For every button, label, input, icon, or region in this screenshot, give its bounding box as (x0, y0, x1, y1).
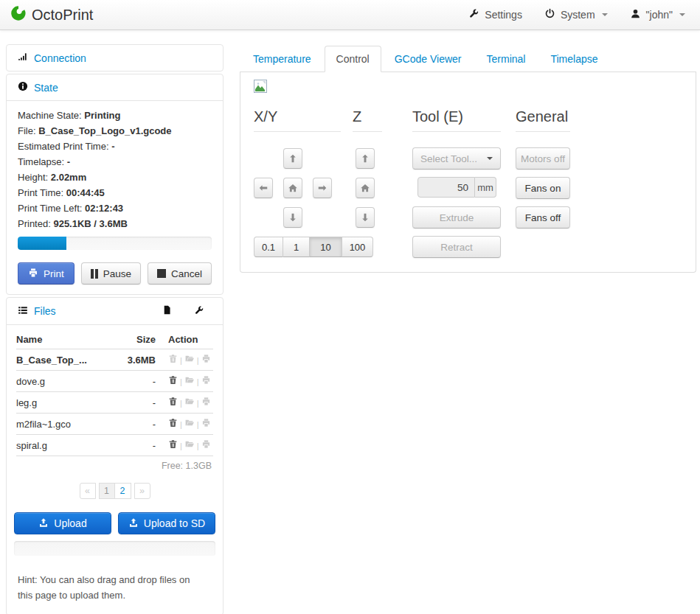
table-row: spiral.g - (16, 435, 213, 456)
pause-icon (91, 269, 98, 279)
extrude-amount-group: mm (417, 177, 496, 198)
files-panel-body: Name Size Action B_Case_Top_... 3.6MB (7, 324, 223, 614)
connection-panel: Connection (6, 44, 223, 71)
action-separator (197, 440, 199, 451)
files-panel: Files (6, 297, 223, 614)
files-title[interactable]: Files (34, 305, 56, 317)
table-row: m2fila~1.gco - (16, 414, 213, 435)
file-name: B_Case_Top_... (16, 355, 116, 366)
height-line: Height: 2.02mm (18, 170, 212, 185)
trash-icon (168, 354, 178, 366)
upload-buttons: Upload Upload to SD (7, 502, 223, 534)
extrude-amount-input[interactable] (417, 177, 475, 198)
file-size: 3.6MB (116, 355, 157, 366)
pagination-page-1[interactable]: 1 (99, 483, 115, 499)
upload-icon (38, 517, 49, 530)
stop-icon (157, 269, 166, 278)
printer-icon (28, 268, 38, 280)
system-menu-item[interactable]: System (544, 8, 608, 21)
tab-control[interactable]: Control (325, 46, 381, 72)
jog-x-plus-button[interactable] (313, 178, 332, 198)
files-settings-wrench-icon[interactable] (194, 305, 204, 318)
folder-open-icon (184, 354, 195, 366)
user-menu-item[interactable]: "john" (630, 8, 685, 21)
pause-button-label: Pause (103, 268, 131, 279)
step-1-button[interactable]: 1 (283, 237, 310, 257)
machine-state-value: Printing (84, 110, 120, 121)
brand-title: OctoPrint (32, 7, 93, 24)
print-button-label: Print (44, 268, 64, 279)
motors-off-button[interactable]: Motors off (516, 147, 570, 170)
fans-off-button[interactable]: Fans off (516, 206, 570, 228)
extrude-button[interactable]: Extrude (412, 206, 501, 228)
file-name: m2fila~1.gco (16, 419, 116, 430)
pause-button[interactable]: Pause (81, 262, 141, 285)
file-line: File: B_Case_Top_Logo_v1.gcode (18, 123, 212, 139)
folder-open-icon (184, 397, 195, 408)
files-panel-heading[interactable]: Files (7, 298, 223, 324)
trash-icon[interactable] (168, 418, 178, 430)
state-title[interactable]: State (34, 82, 58, 94)
file-value: B_Case_Top_Logo_v1.gcode (38, 125, 171, 136)
main-area: Temperature Control GCode Viewer Termina… (240, 46, 696, 273)
octoprint-app: OctoPrint Settings System (0, 0, 700, 614)
cancel-button[interactable]: Cancel (148, 262, 212, 285)
print-button[interactable]: Print (18, 262, 74, 285)
upload-to-sd-button[interactable]: Upload to SD (118, 512, 215, 534)
files-table-header: Name Size Action (16, 329, 213, 349)
section-title-xy: X/Y (254, 108, 277, 125)
upload-progress-bar (14, 541, 215, 556)
file-type-filter-icon[interactable] (162, 304, 172, 318)
timelapse-line: Timelapse: - (18, 154, 212, 170)
tab-bar: Temperature Control GCode Viewer Termina… (240, 46, 696, 72)
jog-x-minus-button[interactable] (254, 178, 273, 198)
retract-button[interactable]: Retract (412, 236, 501, 258)
settings-menu-item[interactable]: Settings (468, 8, 522, 21)
sidebar: Connection State Machine State: Printing… (6, 44, 223, 614)
chevron-down-icon (602, 13, 608, 16)
chevron-down-icon (487, 157, 493, 160)
home-xy-button[interactable] (283, 178, 302, 198)
file-name: dove.g (16, 376, 116, 387)
file-size: - (116, 419, 157, 430)
state-panel-heading[interactable]: State (7, 74, 223, 100)
section-title-general: General (516, 108, 568, 125)
print-time-value: 00:44:45 (66, 187, 105, 198)
divider (516, 131, 570, 132)
file-name: spiral.g (16, 440, 116, 451)
step-100-button[interactable]: 100 (342, 237, 373, 257)
webcam-broken-image-icon (254, 80, 267, 96)
system-label: System (561, 9, 595, 21)
jog-z-plus-button[interactable] (356, 148, 375, 169)
home-z-button[interactable] (356, 178, 375, 198)
brand[interactable]: OctoPrint (10, 5, 93, 25)
step-0.1-button[interactable]: 0.1 (254, 237, 283, 257)
fans-on-button[interactable]: Fans on (516, 177, 570, 199)
tab-gcode-viewer[interactable]: GCode Viewer (383, 46, 474, 72)
column-size: Size (116, 334, 157, 345)
pagination-prev-button[interactable]: « (80, 483, 96, 499)
list-icon (18, 305, 28, 318)
connection-panel-heading[interactable]: Connection (7, 45, 223, 71)
trash-icon[interactable] (168, 439, 178, 451)
tab-terminal[interactable]: Terminal (475, 46, 538, 72)
print-time-line: Print Time: 00:44:45 (18, 185, 212, 200)
pagination-page-2[interactable]: 2 (115, 483, 131, 499)
action-separator (197, 419, 199, 430)
select-tool-dropdown[interactable]: Select Tool... (412, 147, 501, 170)
jog-z-minus-button[interactable] (356, 207, 375, 228)
print-time-left-line: Print Time Left: 02:12:43 (18, 200, 212, 216)
connection-title[interactable]: Connection (34, 52, 86, 64)
tab-temperature[interactable]: Temperature (241, 46, 323, 72)
trash-icon[interactable] (168, 375, 178, 387)
jog-y-plus-button[interactable] (283, 148, 302, 169)
action-separator (180, 397, 182, 408)
tab-timelapse[interactable]: Timelapse (538, 46, 609, 72)
upload-button[interactable]: Upload (14, 512, 111, 534)
trash-icon[interactable] (168, 397, 178, 408)
step-10-button[interactable]: 10 (310, 237, 342, 257)
file-name: leg.g (16, 397, 116, 408)
pagination-next-button[interactable]: » (134, 483, 150, 499)
estimated-print-time-line: Estimated Print Time: - (18, 139, 212, 154)
jog-y-minus-button[interactable] (283, 207, 302, 228)
